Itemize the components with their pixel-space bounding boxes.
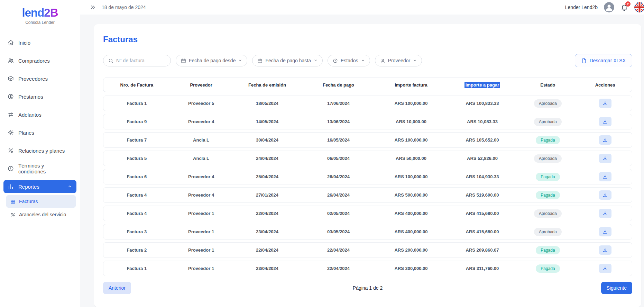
cell-nro-factura: Factura 1 bbox=[103, 101, 170, 106]
home-icon bbox=[8, 39, 14, 46]
table-row: Factura 4 Proveedor 1 22/04/2024 02/05/2… bbox=[103, 206, 632, 221]
user-name: Lender Lend2b bbox=[565, 4, 598, 10]
row-download-button[interactable] bbox=[599, 190, 611, 200]
filters-row: Fecha de pago desde Fecha de pago hasta bbox=[103, 54, 632, 67]
cell-estado: Aprobada bbox=[517, 154, 579, 163]
cell-nro-factura: Factura 1 bbox=[103, 266, 170, 271]
cell-nro-factura: Factura 3 bbox=[103, 229, 170, 234]
language-flag-icon[interactable] bbox=[634, 2, 644, 12]
sidebar-item-inicio[interactable]: Inicio bbox=[3, 36, 76, 49]
download-icon bbox=[602, 174, 608, 179]
row-download-button[interactable] bbox=[599, 172, 611, 181]
row-download-button[interactable] bbox=[599, 117, 611, 126]
status-badge: Aprobada bbox=[534, 99, 562, 108]
cell-fecha-pago: 02/05/2024 bbox=[302, 211, 375, 216]
avatar[interactable] bbox=[604, 2, 614, 12]
row-download-button[interactable] bbox=[599, 227, 611, 236]
cell-importe-factura: ARS 100,000.00 bbox=[375, 137, 448, 143]
filter-date-from[interactable]: Fecha de pago desde bbox=[176, 55, 247, 66]
cell-fecha-pago: 17/06/2024 bbox=[302, 101, 375, 106]
search-input[interactable] bbox=[116, 58, 166, 63]
cell-importe-factura: ARS 100,000.00 bbox=[375, 101, 448, 106]
cell-acciones bbox=[578, 245, 632, 255]
cell-acciones bbox=[578, 135, 632, 145]
cell-estado: Aprobada bbox=[517, 99, 579, 108]
row-download-button[interactable] bbox=[599, 264, 611, 273]
filter-provider[interactable]: Proveedor bbox=[375, 55, 422, 66]
row-download-button[interactable] bbox=[599, 209, 611, 218]
cell-estado: Pagada bbox=[517, 246, 579, 254]
cell-proveedor: Proveedor 4 bbox=[170, 192, 232, 198]
sidebar-item-terminos[interactable]: Términos y condiciones bbox=[3, 162, 76, 175]
sidebar-subitem-label: Facturas bbox=[19, 199, 38, 204]
cell-acciones bbox=[578, 190, 632, 200]
download-icon bbox=[602, 192, 608, 198]
invoice-search[interactable] bbox=[103, 55, 171, 66]
cell-acciones bbox=[578, 154, 632, 163]
table-row: Factura 1 Proveedor 5 18/05/2024 17/06/2… bbox=[103, 96, 632, 111]
header-a-pagar: Importe a pagar bbox=[447, 82, 517, 88]
status-badge: Aprobada bbox=[534, 118, 562, 126]
row-download-button[interactable] bbox=[599, 135, 611, 145]
cell-fecha-pago: 26/04/2024 bbox=[302, 174, 375, 179]
logo-block: lend2B Consola Lender bbox=[0, 4, 80, 30]
sidebar-subitem-label: Aranceles del servicio bbox=[19, 212, 66, 217]
cell-acciones bbox=[578, 227, 632, 236]
table-row: Factura 5 Ancla L 24/04/2024 06/05/2024 … bbox=[103, 151, 632, 166]
row-download-button[interactable] bbox=[599, 245, 611, 255]
app-logo: lend2B bbox=[22, 6, 58, 19]
cell-estado: Aprobada bbox=[517, 209, 579, 218]
previous-page-button[interactable]: Anterior bbox=[103, 282, 131, 294]
sidebar-item-label: Adelantos bbox=[18, 112, 42, 118]
sidebar-item-proveedores[interactable]: Proveedores bbox=[3, 72, 76, 85]
status-badge: Pagada bbox=[536, 136, 560, 144]
download-xlsx-label: Descargar XLSX bbox=[590, 58, 626, 63]
cell-fecha-emision: 18/05/2024 bbox=[232, 101, 302, 106]
search-icon bbox=[108, 58, 113, 63]
cell-proveedor: Ancla L bbox=[170, 137, 232, 143]
notifications-bell-icon[interactable]: 2 bbox=[620, 3, 628, 11]
sidebar-subitem-facturas[interactable]: Facturas bbox=[6, 195, 76, 208]
download-xlsx-button[interactable]: Descargar XLSX bbox=[575, 54, 632, 67]
next-page-button[interactable]: Siguiente bbox=[601, 282, 632, 294]
cell-importe-a-pagar: ARS 10,083.33 bbox=[447, 119, 517, 124]
cell-proveedor: Proveedor 4 bbox=[170, 119, 232, 124]
sidebar-item-compradores[interactable]: Compradores bbox=[3, 54, 76, 67]
sidebar-item-planes[interactable]: Planes bbox=[3, 126, 76, 139]
sidebar-item-relaciones[interactable]: Relaciones y planes bbox=[3, 144, 76, 157]
sidebar-menu: Inicio Compradores Proveedores Préstamos bbox=[0, 30, 80, 221]
cell-fecha-emision: 23/04/2024 bbox=[232, 266, 302, 271]
invoice-table-body: Factura 1 Proveedor 5 18/05/2024 17/06/2… bbox=[103, 96, 632, 276]
filter-label: Fecha de pago hasta bbox=[265, 58, 311, 63]
sidebar-collapse-icon[interactable] bbox=[90, 4, 96, 10]
cell-importe-a-pagar: ARS 52,826.00 bbox=[447, 156, 517, 161]
row-download-button[interactable] bbox=[599, 99, 611, 108]
cell-proveedor: Proveedor 4 bbox=[170, 174, 232, 179]
cell-acciones bbox=[578, 264, 632, 273]
sidebar-item-reportes[interactable]: Reportes bbox=[3, 180, 76, 193]
topbar-left: 18 de mayo de 2024 bbox=[90, 4, 146, 10]
row-download-button[interactable] bbox=[599, 154, 611, 163]
filter-states[interactable]: Estados bbox=[328, 55, 370, 66]
sidebar-item-adelantos[interactable]: Adelantos bbox=[3, 108, 76, 121]
table-row: Factura 1 Proveedor 1 23/04/2024 22/04/2… bbox=[103, 261, 632, 276]
cell-nro-factura: Factura 7 bbox=[103, 137, 170, 143]
header-pago: Fecha de pago bbox=[302, 82, 375, 88]
cell-importe-factura: ARS 200,000.00 bbox=[375, 247, 448, 253]
page-info: Página 1 de 2 bbox=[353, 285, 383, 291]
file-icon bbox=[581, 58, 587, 63]
cell-estado: Pagada bbox=[517, 191, 579, 199]
chevron-up-icon bbox=[67, 184, 72, 189]
cell-proveedor: Ancla L bbox=[170, 156, 232, 161]
cell-importe-a-pagar: ARS 209,860.67 bbox=[447, 247, 517, 253]
sidebar-item-label: Planes bbox=[18, 130, 34, 136]
sidebar-item-prestamos[interactable]: Préstamos bbox=[3, 90, 76, 103]
cell-importe-a-pagar: ARS 105,652.00 bbox=[447, 137, 517, 143]
app-subtitle: Consola Lender bbox=[0, 20, 80, 25]
cell-estado: Pagada bbox=[517, 173, 579, 181]
sidebar-subitem-aranceles[interactable]: Aranceles del servicio bbox=[6, 208, 76, 221]
content-area: Facturas Fecha de pago desde bbox=[80, 15, 644, 307]
filter-date-to[interactable]: Fecha de pago hasta bbox=[252, 55, 323, 66]
cell-fecha-emision: 24/04/2024 bbox=[232, 156, 302, 161]
cell-nro-factura: Factura 4 bbox=[103, 192, 170, 198]
